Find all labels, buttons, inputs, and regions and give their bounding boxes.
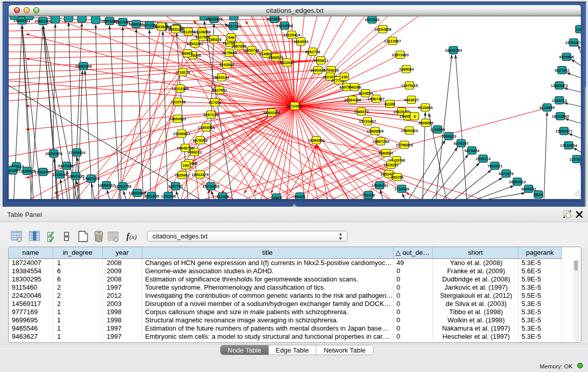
svg-text:9245652: 9245652	[521, 187, 536, 191]
svg-text:9227342: 9227342	[554, 68, 569, 73]
svg-text:9457791: 9457791	[168, 184, 183, 189]
svg-text:3675685: 3675685	[222, 51, 236, 55]
svg-text:93975887: 93975887	[58, 164, 75, 168]
svg-text:12905135: 12905135	[67, 174, 84, 179]
svg-text:39159: 39159	[9, 168, 18, 173]
svg-text:8215955: 8215955	[539, 105, 554, 110]
svg-text:1244413: 1244413	[552, 98, 567, 103]
svg-text:19218506: 19218506	[276, 24, 293, 28]
svg-text:9115460: 9115460	[418, 105, 433, 110]
svg-text:13325419: 13325419	[283, 33, 300, 37]
svg-text:8186328: 8186328	[206, 37, 221, 42]
svg-text:7485063: 7485063	[399, 67, 413, 72]
svg-text:245: 245	[341, 75, 348, 79]
svg-text:95435: 95435	[295, 194, 306, 199]
svg-text:6479197: 6479197	[453, 141, 468, 146]
svg-text:16648784: 16648784	[445, 48, 462, 53]
svg-text:1145194: 1145194	[53, 172, 68, 177]
svg-text:12942757: 12942757	[34, 170, 51, 174]
svg-text:9699695: 9699695	[418, 121, 433, 125]
svg-text:10688609: 10688609	[366, 129, 383, 134]
svg-text:15692071: 15692071	[555, 129, 572, 134]
svg-text:10654112: 10654112	[509, 180, 526, 184]
svg-text:12975115: 12975115	[401, 83, 418, 88]
svg-text:6794028: 6794028	[323, 68, 338, 73]
svg-text:16543382: 16543382	[186, 41, 203, 46]
svg-text:746266: 746266	[348, 85, 361, 90]
svg-text:20206576: 20206576	[45, 151, 62, 156]
svg-text:417004: 417004	[208, 100, 222, 105]
svg-text:2687682: 2687682	[364, 17, 379, 22]
svg-text:546: 546	[228, 35, 235, 40]
svg-text:10973493: 10973493	[391, 53, 408, 57]
svg-text:1292346: 1292346	[161, 194, 176, 199]
svg-text:1664093: 1664093	[293, 39, 308, 44]
svg-text:20691406: 20691406	[34, 19, 51, 24]
svg-text:9463627: 9463627	[404, 98, 419, 102]
svg-text:7986372: 7986372	[354, 110, 368, 114]
svg-text:7632621: 7632621	[487, 164, 502, 168]
svg-text:17957225: 17957225	[82, 177, 99, 181]
svg-text:16914479: 16914479	[191, 172, 208, 177]
svg-text:98963: 98963	[182, 51, 193, 56]
svg-text:1527602: 1527602	[115, 20, 130, 25]
svg-text:7625402: 7625402	[175, 173, 189, 178]
svg-text:6961758: 6961758	[305, 50, 320, 54]
svg-text:9329966: 9329966	[559, 55, 574, 59]
svg-text:1140995: 1140995	[430, 127, 445, 132]
svg-text:14136141: 14136141	[371, 183, 388, 188]
svg-text:19384554: 19384554	[308, 138, 325, 143]
svg-text:20364436: 20364436	[344, 98, 361, 102]
svg-text:18724007: 18724007	[286, 104, 303, 108]
svg-text:16782759: 16782759	[114, 184, 131, 189]
svg-text:10807487: 10807487	[367, 97, 384, 101]
svg-text:8813054: 8813054	[267, 17, 282, 21]
svg-text:15720407: 15720407	[359, 119, 376, 124]
svg-text:12213389: 12213389	[171, 86, 188, 91]
svg-text:12923468: 12923468	[128, 191, 145, 195]
svg-text:9474444: 9474444	[464, 148, 480, 153]
svg-text:2803144: 2803144	[214, 75, 229, 80]
svg-text:7955812: 7955812	[313, 58, 328, 63]
svg-text:733426: 733426	[362, 193, 375, 198]
svg-text:1733426: 1733426	[394, 187, 409, 191]
svg-text:62160: 62160	[385, 102, 396, 106]
svg-text:12353594: 12353594	[198, 125, 215, 130]
svg-text:12213967: 12213967	[384, 39, 401, 43]
svg-text:154: 154	[183, 163, 189, 168]
svg-text:417006: 417006	[216, 194, 229, 199]
svg-text:16033809: 16033809	[205, 17, 222, 21]
svg-text:10756928: 10756928	[396, 143, 412, 147]
svg-text:9051455: 9051455	[144, 194, 159, 199]
svg-text:18807249: 18807249	[372, 139, 389, 144]
svg-text:7357224: 7357224	[226, 24, 241, 29]
svg-text:9824: 9824	[534, 192, 543, 197]
svg-text:19654923: 19654923	[401, 128, 418, 133]
svg-text:10958107: 10958107	[98, 183, 115, 188]
svg-text:8471676: 8471676	[498, 171, 513, 176]
svg-text:8454749: 8454749	[244, 48, 259, 53]
svg-text:2718176: 2718176	[175, 70, 190, 75]
svg-text:7663822: 7663822	[154, 25, 168, 29]
svg-text:8427552: 8427552	[212, 88, 227, 93]
svg-text:3824554: 3824554	[358, 91, 373, 96]
svg-text:15716485: 15716485	[202, 184, 219, 189]
svg-text:15751074: 15751074	[565, 40, 581, 45]
svg-text:8990448: 8990448	[310, 68, 325, 73]
svg-text:9084067: 9084067	[378, 151, 393, 156]
svg-text:8267130: 8267130	[203, 113, 218, 117]
svg-text:5822037: 5822037	[279, 60, 294, 65]
svg-text:12093872: 12093872	[551, 83, 568, 88]
svg-text:1615152: 1615152	[383, 163, 398, 167]
svg-text:18300295: 18300295	[263, 111, 280, 115]
svg-text:16210643: 16210643	[552, 114, 569, 119]
svg-text:20053346: 20053346	[75, 64, 92, 69]
svg-text:18654925: 18654925	[169, 117, 186, 121]
svg-text:9242848: 9242848	[219, 62, 234, 67]
svg-text:17016504: 17016504	[560, 143, 577, 148]
svg-text:16046755: 16046755	[177, 146, 193, 150]
svg-text:5938923: 5938923	[441, 134, 456, 139]
svg-text:16154808: 16154808	[374, 27, 391, 32]
svg-text:12923: 12923	[271, 195, 282, 200]
svg-text:1167533: 1167533	[570, 157, 581, 162]
